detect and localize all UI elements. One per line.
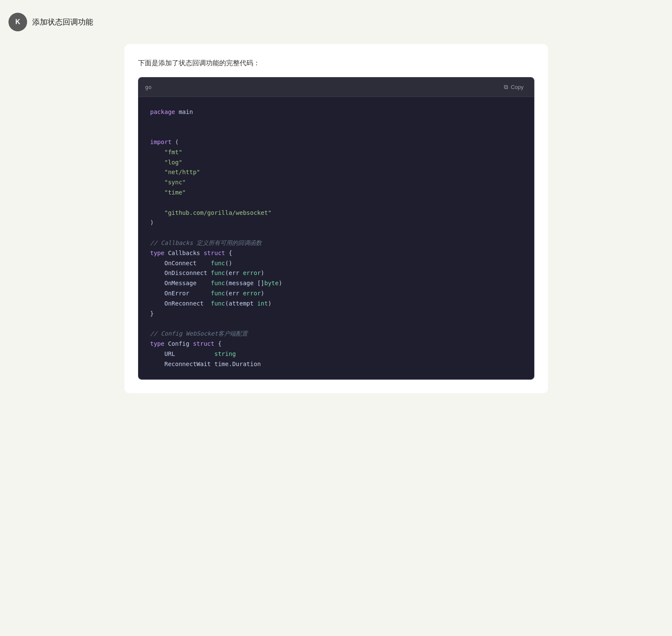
copy-label: Copy	[511, 84, 523, 90]
code-header: go ⧉ Copy	[138, 78, 534, 97]
code-block: package main import ( "fmt" "log" "net/h…	[138, 97, 534, 380]
content-card: 下面是添加了状态回调功能的完整代码： go ⧉ Copy package mai…	[124, 44, 548, 393]
avatar: K	[8, 13, 27, 31]
header-title: 添加状态回调功能	[32, 17, 93, 27]
code-language: go	[145, 84, 152, 90]
code-content: package main import ( "fmt" "log" "net/h…	[150, 107, 522, 369]
message-header: K 添加状态回调功能	[8, 8, 664, 36]
code-wrapper: go ⧉ Copy package main import ( "fmt" "l…	[138, 77, 534, 380]
copy-button[interactable]: ⧉ Copy	[501, 82, 527, 92]
copy-icon: ⧉	[504, 83, 508, 91]
description-text: 下面是添加了状态回调功能的完整代码：	[138, 58, 534, 69]
